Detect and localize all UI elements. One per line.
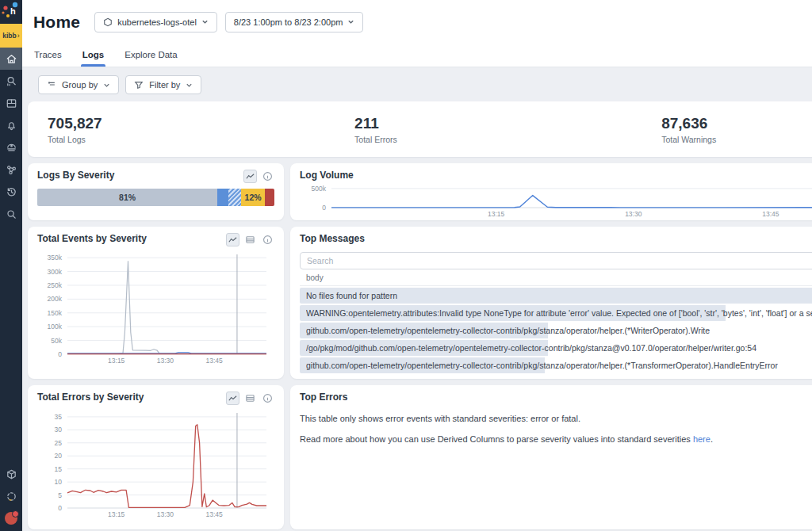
stat-total-logs: 705,827 Total Logs (28, 115, 335, 144)
group-by-label: Group by (62, 80, 98, 90)
row-events-messages: Total Events by Severity 050k100k150k200… (28, 227, 812, 379)
total-logs-label: Total Logs (48, 135, 335, 144)
time-range-select[interactable]: 8/23 1:00pm to 8/23 2:00pm (225, 12, 364, 32)
query-controls: Group by Filter by (38, 75, 812, 94)
search-icon (6, 208, 17, 220)
sidebar-item-slos[interactable] (0, 136, 22, 159)
info-icon (262, 235, 273, 245)
app-root: h kibb › (0, 0, 812, 531)
derived-columns-link[interactable]: here (693, 434, 710, 444)
boards-icon (6, 97, 17, 109)
total-events-chart[interactable]: 050k100k150k200k250k300k350k13:1513:3013… (37, 250, 274, 367)
severity-segment[interactable]: 12% (241, 189, 265, 206)
sidebar-item-home[interactable] (0, 48, 22, 70)
chart-view-button[interactable] (243, 170, 257, 183)
total-warnings-value: 87,636 (661, 115, 812, 132)
severity-segment[interactable] (265, 189, 274, 206)
top-errors-note-1: This table only shows error events with … (300, 413, 812, 426)
column-header-body[interactable]: body (300, 269, 812, 286)
chevron-down-icon (347, 18, 354, 25)
chart-view-button[interactable] (226, 233, 239, 246)
info-icon (262, 171, 273, 181)
top-errors-note-2: Read more about how you can use Derived … (300, 434, 812, 446)
info-button[interactable] (261, 392, 274, 405)
tab-logs[interactable]: Logs (82, 50, 104, 67)
sidebar-item-integrations[interactable] (0, 463, 22, 485)
messages-search: Clear (300, 252, 812, 269)
tab-explore-data[interactable]: Explore Data (124, 50, 177, 67)
table-row[interactable]: /go/pkg/mod/github.com/open-telemetry/op… (300, 340, 812, 356)
honeycomb-logo[interactable]: h (0, 0, 22, 24)
info-button[interactable] (261, 233, 274, 246)
total-errors-label: Total Errors (354, 135, 642, 144)
sidebar-item-search[interactable] (0, 203, 22, 225)
team-switcher[interactable]: kibb › (0, 24, 22, 48)
status-ring-icon (6, 491, 17, 502)
info-button[interactable] (261, 170, 274, 183)
table-row[interactable]: github.com/open-telemetry/opentelemetry-… (300, 357, 812, 373)
log-volume-title: Log Volume (300, 170, 354, 181)
total-errors-value: 211 (354, 115, 642, 132)
table-view-button[interactable] (243, 233, 257, 246)
message-body: github.com/open-telemetry/opentelemetry-… (306, 361, 778, 370)
message-body: github.com/open-telemetry/opentelemetry-… (306, 326, 710, 335)
chart-view-button[interactable] (226, 392, 239, 405)
home-icon (6, 53, 17, 65)
severity-stacked-bar[interactable]: 81%12% (37, 189, 274, 206)
tab-traces[interactable]: Traces (34, 50, 62, 67)
sidebar-item-history[interactable] (0, 181, 22, 203)
sidebar-item-status[interactable] (0, 485, 22, 507)
message-body: WARNING:opentelemetry.attributes:Invalid… (306, 308, 812, 318)
top-errors-panel: Top Errors This table only shows error e… (290, 385, 812, 529)
log-volume-chart[interactable]: 500k013:1513:3013:45 (300, 182, 812, 219)
total-errors-title: Total Errors by Severity (37, 392, 144, 403)
total-errors-chart[interactable]: 0510152025303513:1513:3013:45 (37, 408, 274, 521)
sidebar-footer (0, 463, 22, 531)
search-input[interactable] (300, 252, 812, 269)
total-events-panel: Total Events by Severity 050k100k150k200… (28, 227, 284, 379)
dataset-hexagon-icon (103, 17, 113, 27)
bell-icon (6, 120, 17, 132)
line-chart-icon (228, 235, 238, 245)
severity-segment[interactable] (228, 189, 241, 206)
total-warnings-label: Total Warnings (661, 135, 812, 144)
note-2-period: . (710, 434, 713, 444)
group-by-select[interactable]: Group by (38, 75, 119, 94)
service-map-icon (6, 164, 17, 176)
info-icon (262, 393, 273, 403)
table-row[interactable]: github.com/open-telemetry/opentelemetry-… (300, 323, 812, 338)
total-errors-panel: Total Errors by Severity 051015202530351… (28, 385, 284, 529)
severity-segment[interactable]: 81% (37, 189, 217, 206)
summary-stats-card: 705,827 Total Logs 211 Total Errors 87,6… (28, 101, 812, 157)
svg-text:h: h (10, 6, 16, 16)
sidebar-item-account[interactable] (0, 507, 22, 529)
dataset-select[interactable]: kubernetes-logs-otel (94, 12, 217, 32)
team-label: kibb (2, 32, 16, 40)
total-logs-value: 705,827 (48, 115, 335, 132)
chevron-down-icon (103, 82, 110, 89)
filter-by-label: Filter by (149, 80, 180, 90)
severity-segment[interactable] (217, 189, 228, 206)
messages-table: No files found for pattern 45,025 WARNIN… (300, 288, 812, 373)
table-row[interactable]: No files found for pattern 45,025 (300, 288, 812, 304)
honeycomb-logo-icon: h (0, 0, 22, 24)
history-icon (6, 186, 17, 198)
filter-icon (134, 80, 144, 90)
note-2-text: Read more about how you can use Derived … (300, 434, 693, 444)
sidebar-item-query[interactable] (0, 70, 22, 92)
top-messages-panel: Top Messages Clear body No files found f… (290, 227, 812, 379)
table-view-button[interactable] (243, 392, 257, 405)
table-icon (245, 393, 255, 403)
table-row[interactable]: WARNING:opentelemetry.attributes:Invalid… (300, 305, 812, 321)
group-by-icon (47, 80, 56, 90)
top-errors-title: Top Errors (300, 392, 347, 403)
sidebar-nav (0, 48, 22, 225)
top-bar: Home kubernetes-logs-otel 8/23 1:00pm to… (22, 0, 812, 44)
filter-by-select[interactable]: Filter by (125, 75, 201, 94)
sidebar: h kibb › (0, 0, 22, 531)
sidebar-item-boards[interactable] (0, 92, 22, 114)
logs-by-severity-title: Logs By Severity (37, 170, 114, 181)
sidebar-item-alerts[interactable] (0, 114, 22, 136)
sidebar-item-service-map[interactable] (0, 159, 22, 181)
query-icon (6, 75, 17, 87)
